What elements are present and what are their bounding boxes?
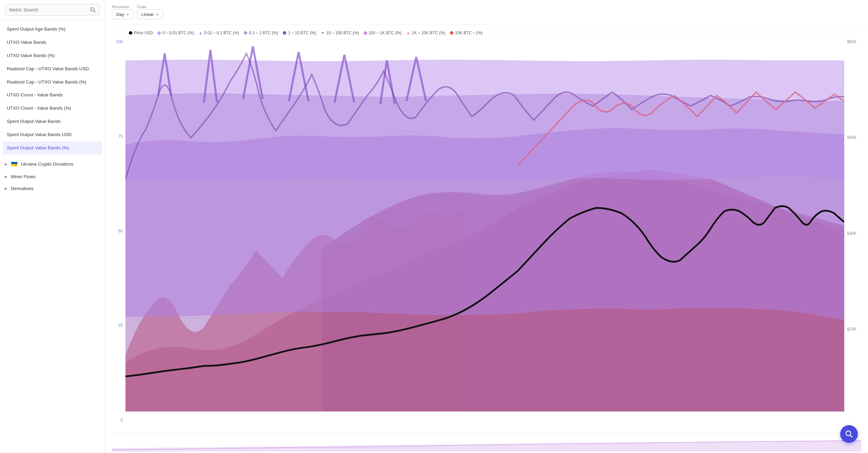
toolbar: Resolution Day ▼ Scale Linear ▼ bbox=[105, 0, 868, 24]
search-container bbox=[0, 0, 105, 20]
y-axis-right-label: $45K bbox=[847, 135, 865, 140]
legend-item: 1 ~ 10 BTC (%) bbox=[283, 31, 316, 35]
legend-triangle-up-icon: ▲ bbox=[199, 31, 202, 35]
y-axis-right-label: $15K bbox=[847, 327, 865, 332]
main-content: Resolution Day ▼ Scale Linear ▼ Price US… bbox=[105, 0, 868, 453]
legend-item: ▼10 ~ 100 BTC (%) bbox=[321, 31, 359, 35]
search-fab[interactable] bbox=[840, 425, 858, 443]
chart-svg-area: 1007550250 bbox=[108, 39, 865, 433]
sidebar-menu-item[interactable]: UTXO Count - Value Bands bbox=[0, 89, 105, 102]
sidebar-menu-item[interactable]: Realized Cap - UTXO Value Bands USD bbox=[0, 62, 105, 76]
sidebar-menu-item[interactable]: Spent Output Value Bands (%) bbox=[3, 141, 102, 155]
legend-diamond-icon bbox=[157, 31, 161, 35]
section-label: Miner Flows bbox=[11, 174, 36, 179]
sidebar-menu-item[interactable]: Spent Output Age Bands (%) bbox=[0, 23, 105, 36]
resolution-chevron: ▼ bbox=[126, 13, 129, 16]
resolution-dropdown[interactable]: Day ▼ bbox=[112, 10, 134, 19]
chart-legend: Price USD0 ~ 0.01 BTC (%)▲0.01 ~ 0.1 BTC… bbox=[108, 28, 865, 39]
mini-chart-svg bbox=[112, 435, 861, 452]
legend-item: 0.1 ~ 1 BTC (%) bbox=[244, 31, 278, 35]
sidebar-menu-item[interactable]: UTXO Value Bands (%) bbox=[0, 49, 105, 62]
search-icon bbox=[90, 7, 96, 13]
legend-item: ▲1K ~ 10K BTC (%) bbox=[406, 31, 445, 35]
legend-label: 10K BTC ~ (%) bbox=[455, 31, 482, 35]
legend-label: 1 ~ 10 BTC (%) bbox=[288, 31, 316, 35]
y-axis-left-label: 100 bbox=[108, 39, 123, 44]
svg-line-10 bbox=[850, 435, 852, 437]
section-arrow-icon: ▶ bbox=[5, 162, 7, 166]
legend-triangle-up-icon: ▲ bbox=[406, 31, 410, 35]
legend-item: 0 ~ 0.01 BTC (%) bbox=[158, 31, 194, 35]
scale-label: Scale bbox=[137, 5, 163, 9]
legend-label: 0.1 ~ 1 BTC (%) bbox=[249, 31, 278, 35]
chart-container: Price USD0 ~ 0.01 BTC (%)▲0.01 ~ 0.1 BTC… bbox=[105, 24, 868, 453]
resolution-label: Resolution bbox=[112, 5, 134, 9]
legend-label: 0.01 ~ 0.1 BTC (%) bbox=[204, 31, 239, 35]
legend-triangle-down-icon: ▼ bbox=[321, 31, 324, 35]
section-label: Derivatives bbox=[11, 186, 34, 191]
legend-dot-icon bbox=[129, 31, 132, 35]
sidebar-section[interactable]: ▶ Miner Flows bbox=[0, 171, 105, 183]
scale-group: Scale Linear ▼ bbox=[137, 5, 163, 19]
svg-point-0 bbox=[91, 8, 94, 11]
legend-label: Price USD bbox=[134, 31, 153, 35]
legend-label: 10 ~ 100 BTC (%) bbox=[326, 31, 359, 35]
sidebar-section[interactable]: ▶ Derivatives bbox=[0, 183, 105, 194]
y-axis-left-label: 75 bbox=[108, 134, 123, 139]
legend-item: ▲0.01 ~ 0.1 BTC (%) bbox=[199, 31, 239, 35]
chart-svg bbox=[125, 39, 844, 433]
scale-value: Linear bbox=[141, 12, 154, 17]
scale-chevron: ▼ bbox=[156, 13, 159, 16]
sidebar-menu-item[interactable]: UTXO Value Bands bbox=[0, 36, 105, 49]
chart-inner: May '19Sep '19Jan '20May '20Sep '20Jan '… bbox=[125, 39, 844, 433]
fab-search-icon bbox=[845, 430, 853, 438]
svg-line-1 bbox=[94, 11, 96, 13]
mini-chart bbox=[108, 433, 865, 453]
y-axis-left-label: 0 bbox=[108, 418, 123, 422]
search-input[interactable] bbox=[9, 7, 90, 13]
section-arrow-icon: ▶ bbox=[5, 187, 7, 190]
legend-item: 10K BTC ~ (%) bbox=[450, 31, 482, 35]
legend-item: Price USD bbox=[129, 31, 153, 35]
y-axis-left: 1007550250 bbox=[108, 39, 125, 433]
section-label: Ukraine Crypto Donations bbox=[21, 162, 74, 167]
flag-icon: 🇺🇦 bbox=[11, 161, 18, 167]
sidebar: Spent Output Age Bands (%)UTXO Value Ban… bbox=[0, 0, 105, 453]
search-box bbox=[5, 4, 100, 16]
y-axis-right-label: $60K bbox=[847, 39, 865, 44]
scale-dropdown[interactable]: Linear ▼ bbox=[137, 10, 163, 19]
y-axis-left-label: 50 bbox=[108, 229, 123, 233]
sidebar-menu-item[interactable]: Spent Output Value Bands bbox=[0, 115, 105, 128]
metric-menu: Spent Output Age Bands (%)UTXO Value Ban… bbox=[0, 20, 105, 157]
legend-label: 0 ~ 0.01 BTC (%) bbox=[162, 31, 194, 35]
resolution-group: Resolution Day ▼ bbox=[112, 5, 134, 19]
sidebar-menu-item[interactable]: Realized Cap - UTXO Value Bands (%) bbox=[0, 76, 105, 89]
legend-label: 100 ~ 1K BTC (%) bbox=[369, 31, 402, 35]
y-axis-left-label: 25 bbox=[108, 323, 123, 328]
resolution-value: Day bbox=[116, 12, 124, 17]
sidebar-section[interactable]: ▶ 🇺🇦 Ukraine Crypto Donations bbox=[0, 157, 105, 171]
legend-dot-icon bbox=[283, 31, 286, 35]
section-arrow-icon: ▶ bbox=[5, 175, 7, 178]
y-axis-right-label: $30K bbox=[847, 231, 865, 236]
legend-dot-icon bbox=[450, 31, 453, 35]
sidebar-menu-item[interactable]: UTXO Count - Value Bands (%) bbox=[0, 102, 105, 115]
sidebar-menu-item[interactable]: Spent Output Value Bands USD bbox=[0, 128, 105, 141]
legend-diamond-icon bbox=[363, 31, 368, 35]
legend-item: 100 ~ 1K BTC (%) bbox=[364, 31, 402, 35]
legend-label: 1K ~ 10K BTC (%) bbox=[412, 31, 445, 35]
legend-dot-icon bbox=[244, 31, 247, 35]
svg-point-9 bbox=[846, 431, 851, 436]
y-axis-right: $60K$45K$30K$15K bbox=[844, 39, 865, 433]
